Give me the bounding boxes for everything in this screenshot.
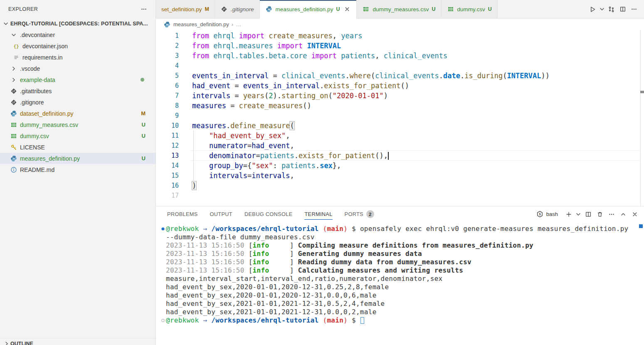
split-editor-button[interactable] <box>617 4 628 15</box>
tree-item-devcontainer-json[interactable]: {}devcontainer.json <box>0 40 155 52</box>
git-icon <box>10 87 17 95</box>
code-line[interactable]: 13 denominator=patients.exists_for_patie… <box>156 151 644 161</box>
more-terminal-actions-button[interactable] <box>606 209 617 219</box>
panel-tab-label: PORTS <box>345 211 363 217</box>
tab-label: dummy_measures.csv <box>373 6 429 12</box>
line-number: 13 <box>156 151 179 161</box>
tree-item-devcontainer[interactable]: .devcontainer <box>0 29 155 40</box>
code-line[interactable]: 16) <box>156 181 644 191</box>
terminal-shell-label: bash <box>546 211 558 217</box>
tree-item-dummy-csv[interactable]: dummy.csvU <box>0 130 155 141</box>
tab-dataset-definition[interactable]: set_definition.pyM <box>156 0 215 18</box>
run-python-file-button[interactable] <box>587 4 598 15</box>
tree-item-dummy-measures-csv[interactable]: dummy_measures.csvU <box>0 119 155 130</box>
code-line[interactable]: 14 group_by={"sex": patients.sex}, <box>156 161 644 171</box>
code-line[interactable]: 9 <box>156 111 644 121</box>
tab-dummy-measures-csv[interactable]: dummy_measures.csvU <box>357 0 441 18</box>
terminal-line-text: --dummy-data-file dummy_measures.csv <box>166 233 315 241</box>
code-line[interactable]: 15 intervals=intervals, <box>156 171 644 181</box>
code-line[interactable]: 5events_in_interval = clinical_events.wh… <box>156 71 644 81</box>
code-line[interactable]: 11 "had_event_by_sex", <box>156 131 644 141</box>
tree-item-vscode[interactable]: .vscode <box>0 63 155 74</box>
tree-item-measures-definition-py[interactable]: measures_definition.pyU <box>0 153 155 164</box>
workspace-root-folder[interactable]: EHRQL-TUTORIAL [CODESPACES: POTENTIAL SP… <box>0 18 155 29</box>
tab-dirty-badge: U <box>336 6 340 12</box>
new-terminal-button[interactable] <box>563 209 574 219</box>
breadcrumb-file[interactable]: measures_definition.py <box>173 21 229 27</box>
panel-tab-output[interactable]: OUTPUT <box>210 206 232 222</box>
tab-dirty-badge: M <box>205 6 209 12</box>
code-editor[interactable]: 1from ehrql import create_measures, year… <box>156 30 644 206</box>
terminal-line-text: had_event_by_sex,2020-01-01,2020-12-31,0… <box>166 283 389 291</box>
code-line[interactable]: 7intervals = years(2).starting_on("2020-… <box>156 91 644 101</box>
code-line[interactable]: 17 <box>156 191 644 201</box>
panel-tab-label: PROBLEMS <box>167 211 198 217</box>
panel-tab-terminal[interactable]: TERMINAL <box>304 206 332 222</box>
line-number: 6 <box>156 81 179 91</box>
explorer-more-actions-button[interactable] <box>138 4 149 15</box>
code-text: ) <box>192 181 196 191</box>
tree-item-label: README.md <box>20 166 54 173</box>
code-line[interactable]: 3from ehrql.tables.beta.core import pati… <box>156 51 644 61</box>
tree-item-requirements-in[interactable]: requirements.in <box>0 52 155 63</box>
code-line[interactable]: 2from ehrql.measures import INTERVAL <box>156 41 644 51</box>
tab-label: dummy.csv <box>457 6 485 12</box>
code-line[interactable]: 1from ehrql import create_measures, year… <box>156 31 644 41</box>
chevron-down-icon <box>2 20 10 27</box>
maximize-panel-button[interactable] <box>618 209 628 219</box>
line-number: 16 <box>156 181 179 191</box>
launch-profile-button[interactable] <box>575 209 582 219</box>
editor-tab-bar: set_definition.pyM.gitignoremeasures_def… <box>156 0 644 19</box>
code-text: intervals=intervals, <box>192 171 294 181</box>
info-icon <box>10 166 17 174</box>
close-panel-button[interactable] <box>629 209 640 219</box>
tab-gitignore[interactable]: .gitignore <box>215 0 260 18</box>
panel-tab-problems[interactable]: PROBLEMS <box>167 206 198 222</box>
tree-item-gitattributes[interactable]: .gitattributes <box>0 85 155 97</box>
tab-close-button[interactable] <box>343 5 351 13</box>
list-icon <box>12 54 20 61</box>
code-line[interactable]: 6had_event = events_in_interval.exists_f… <box>156 81 644 91</box>
tree-item-label: LICENSE <box>20 144 45 151</box>
kill-terminal-button[interactable] <box>595 209 605 219</box>
tab-dummy-csv[interactable]: dummy.csvU <box>442 0 498 18</box>
code-line[interactable]: 12 numerator=had_event, <box>156 141 644 151</box>
more-editor-actions-button[interactable] <box>629 4 639 15</box>
git-icon <box>220 5 228 13</box>
explorer-header: EXPLORER <box>0 0 155 18</box>
tree-item-readme-md[interactable]: README.md <box>0 164 155 175</box>
breadcrumb[interactable]: measures_definition.py › … <box>156 19 644 30</box>
outline-section-header[interactable]: OUTLINE <box>0 338 155 345</box>
open-changes-button[interactable] <box>606 4 617 15</box>
terminal-line: --dummy-data-file dummy_measures.csv <box>160 233 644 241</box>
terminal-line-text: had_event_by_sex,2021-01-01,2021-12-31,0… <box>166 300 385 308</box>
terminal-line-gutter <box>160 291 166 300</box>
terminal-line-gutter <box>160 258 166 266</box>
tree-item-license[interactable]: LICENSE <box>0 141 155 153</box>
run-dropdown-button[interactable] <box>599 4 605 15</box>
code-line[interactable]: 10measures.define_measure( <box>156 121 644 131</box>
svg-text:{}: {} <box>13 44 19 49</box>
terminal-shell-chip[interactable]: $ bash <box>536 211 558 218</box>
code-line[interactable]: 4 <box>156 61 644 71</box>
panel-tab-debug-console[interactable]: DEBUG CONSOLE <box>244 206 293 222</box>
tree-item-example-data[interactable]: example-data <box>0 74 155 85</box>
code-line[interactable]: 8measures = create_measures() <box>156 101 644 111</box>
terminal[interactable]: @rebkwok → /workspaces/ehrql-tutorial (m… <box>156 222 644 345</box>
tab-label: .gitignore <box>231 6 254 12</box>
bottom-panel: PROBLEMSOUTPUTDEBUG CONSOLETERMINALPORTS… <box>156 206 644 345</box>
terminal-line: 2023-11-13 15:16:50 [info ] Compiling me… <box>160 241 644 250</box>
terminal-line: 2023-11-13 15:16:50 [info ] Reading dumm… <box>160 258 644 266</box>
line-number: 8 <box>156 101 179 111</box>
tab-measures-definition[interactable]: measures_definition.pyU <box>260 0 357 19</box>
python-icon <box>10 110 17 117</box>
tree-item-dataset-definition-py[interactable]: dataset_definition.pyM <box>0 108 155 119</box>
tree-item-label: .gitignore <box>20 99 44 106</box>
split-terminal-button[interactable] <box>583 209 593 219</box>
breadcrumb-more[interactable]: … <box>236 21 241 27</box>
csv-icon <box>10 121 17 129</box>
panel-tab-ports[interactable]: PORTS2 <box>345 206 374 222</box>
code-text: numerator=had_event, <box>192 141 294 151</box>
workspace-root-label: EHRQL-TUTORIAL [CODESPACES: POTENTIAL SP… <box>10 21 148 27</box>
tree-item-gitignore[interactable]: .gitignore <box>0 97 155 108</box>
